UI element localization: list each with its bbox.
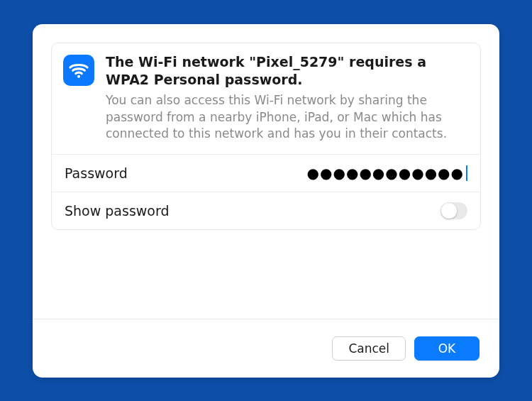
show-password-toggle[interactable] — [440, 202, 467, 219]
show-password-label: Show password — [65, 203, 170, 219]
password-label: Password — [65, 165, 128, 181]
password-masked-value: ●●●●●●●●●●●● — [307, 165, 464, 182]
ok-button[interactable]: OK — [414, 336, 480, 361]
header-text: The Wi-Fi network "Pixel_5279" requires … — [106, 53, 467, 143]
dialog-title: The Wi-Fi network "Pixel_5279" requires … — [106, 53, 467, 89]
wifi-icon — [63, 55, 94, 86]
password-input[interactable]: ●●●●●●●●●●●● — [307, 165, 467, 182]
dialog-subtitle: You can also access this Wi-Fi network b… — [106, 92, 467, 143]
header-row: The Wi-Fi network "Pixel_5279" requires … — [52, 43, 480, 155]
dialog-body: The Wi-Fi network "Pixel_5279" requires … — [33, 24, 499, 319]
cancel-button[interactable]: Cancel — [332, 336, 406, 361]
svg-point-0 — [77, 75, 80, 77]
content-panel: The Wi-Fi network "Pixel_5279" requires … — [51, 43, 481, 231]
dialog-footer: Cancel OK — [33, 319, 499, 378]
password-row[interactable]: Password ●●●●●●●●●●●● — [52, 155, 480, 192]
text-caret — [466, 165, 467, 181]
toggle-knob — [441, 203, 457, 219]
show-password-row: Show password — [52, 192, 480, 229]
wifi-password-dialog: The Wi-Fi network "Pixel_5279" requires … — [33, 24, 499, 378]
